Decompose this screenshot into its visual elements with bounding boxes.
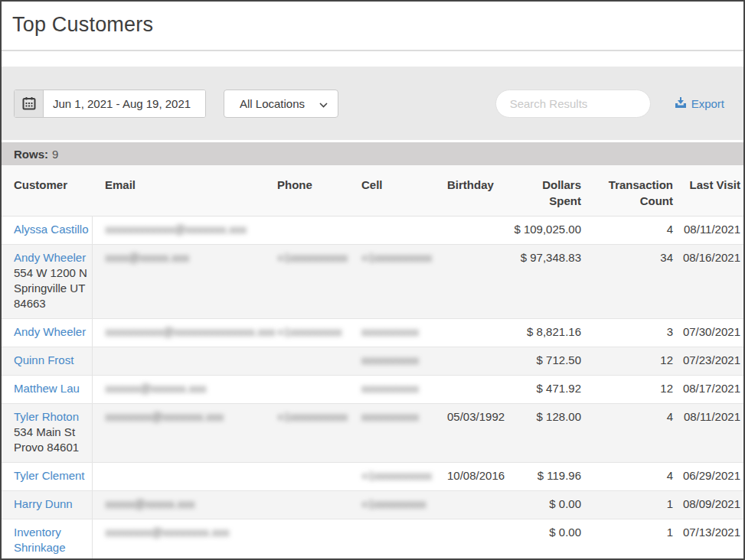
transactions-cell: 4 — [581, 216, 673, 244]
column-header-transactions: TransactionCount — [581, 165, 673, 216]
phone-cell — [264, 347, 348, 375]
export-label: Export — [691, 97, 724, 110]
transactions-cell: 4 — [581, 462, 673, 490]
column-header-email: Email — [92, 165, 264, 216]
location-filter-select[interactable]: All Locations — [224, 90, 338, 118]
cell-cell: xxxxxxxxxx — [348, 375, 434, 403]
last_visit-cell: 07/30/2021 — [673, 318, 743, 347]
customer-link[interactable]: Inventory Shrinkage — [14, 526, 66, 554]
transactions-cell: 12 — [581, 347, 673, 375]
dollars-cell: $ 8,821.16 — [498, 318, 581, 347]
transactions-cell: 1 — [581, 519, 673, 560]
dollars-cell: $ 0.00 — [498, 490, 581, 519]
cell-redacted-value: +1xxxxxxxxx — [361, 497, 426, 510]
email-cell — [92, 462, 264, 490]
cell-redacted-value: xxxxxxxxxx — [361, 382, 419, 395]
last_visit-cell: 07/23/2021 — [673, 347, 743, 375]
dollars-cell: $ 128.00 — [498, 403, 581, 462]
customer-link[interactable]: Andy Wheeler — [14, 251, 86, 264]
table-row: Harry Dunnxxxxx@xxxxx.xxx+1xxxxxxxxx$ 0.… — [2, 490, 743, 519]
birthday-cell — [434, 519, 498, 560]
customer-link[interactable]: Harry Dunn — [14, 497, 73, 510]
customer-link[interactable]: Quinn Frost — [14, 353, 74, 366]
last_visit-cell: 06/29/2021 — [673, 462, 743, 490]
date-range-picker[interactable] — [14, 90, 206, 118]
transactions-cell: 34 — [581, 244, 673, 318]
top-customers-table: CustomerEmailPhoneCellBirthdayDollarsSpe… — [2, 165, 743, 560]
email-redacted-value: xxxxxx@xxxxxx.xxx — [106, 382, 207, 395]
customer-address-line: 534 Main St — [14, 425, 92, 440]
customer-cell: Tyler Clement — [2, 462, 92, 490]
customer-cell: Andy Wheeler554 W 1200 NSpringville UT84… — [2, 244, 92, 318]
customer-cell: Matthew Lau — [2, 375, 92, 403]
birthday-cell — [434, 490, 498, 519]
download-icon — [675, 96, 687, 111]
birthday-cell — [434, 375, 498, 403]
spacer — [2, 51, 743, 67]
dollars-cell: $ 471.92 — [498, 375, 581, 403]
date-range-input[interactable] — [44, 90, 205, 117]
customer-address-line: Provo 84601 — [14, 440, 92, 455]
customer-cell: Tyler Rhoton534 Main StProvo 84601 — [2, 403, 92, 462]
phone-redacted-value: +1xxxxxxxxx — [277, 325, 342, 338]
birthday-cell — [434, 216, 498, 244]
customer-cell: Quinn Frost — [2, 347, 92, 375]
column-header-last_visit: Last Visit — [673, 165, 743, 216]
table-row: Alyssa Castilloxxxxxxxxxxxx@xxxxxxx.xxx$… — [2, 216, 743, 244]
birthday-cell — [434, 318, 498, 347]
email-cell: xxxxx@xxxxx.xxx — [92, 490, 264, 519]
rows-count-bar: Rows: 9 — [2, 142, 743, 165]
search-input[interactable] — [495, 90, 651, 118]
column-header-cell: Cell — [348, 165, 434, 216]
customer-cell: Andy Wheeler — [2, 318, 92, 347]
phone-cell — [264, 519, 348, 560]
cell-cell — [348, 519, 434, 560]
last_visit-cell: 08/11/2021 — [673, 403, 743, 462]
table-row: Andy Wheeler554 W 1200 NSpringville UT84… — [2, 244, 743, 318]
customer-cell: Inventory Shrinkage — [2, 519, 92, 560]
page-title: Top Customers — [12, 13, 743, 37]
cell-cell: +1xxxxxxxxxx — [348, 462, 434, 490]
customer-link[interactable]: Alyssa Castillo — [14, 223, 89, 236]
last_visit-cell: 08/09/2021 — [673, 490, 743, 519]
customer-address-line: 554 W 1200 N — [14, 265, 92, 281]
rows-count: 9 — [52, 148, 58, 161]
customer-link[interactable]: Andy Wheeler — [14, 325, 86, 338]
title-bar: Top Customers — [2, 2, 743, 50]
dollars-cell: $ 119.96 — [498, 462, 581, 490]
customer-address-line: Springville UT — [14, 281, 92, 296]
email-redacted-value: xxxxx@xxxxx.xxx — [106, 497, 195, 510]
dollars-cell: $ 712.50 — [498, 347, 581, 375]
email-redacted-value: xxxxxxxxxxxx@xxxxxxx.xxx — [106, 223, 247, 236]
birthday-cell: 10/08/2016 — [434, 462, 498, 490]
transactions-cell: 3 — [581, 318, 673, 347]
column-header-customer: Customer — [2, 165, 92, 216]
export-button[interactable]: Export — [675, 96, 724, 111]
phone-cell — [264, 462, 348, 490]
email-cell: xxxxxxxx@xxxxxxxx.xxx — [92, 519, 264, 560]
location-filter-value: All Locations — [240, 97, 305, 110]
filter-toolbar: All Locations Export — [2, 67, 743, 140]
cell-redacted-value: xxxxxxxxxx — [361, 410, 419, 423]
top-customers-report: Top Customers All Locations — [0, 0, 745, 560]
cell-cell: +1xxxxxxxxx — [348, 490, 434, 519]
phone-cell: +1xxxxxxxxxx — [264, 403, 348, 462]
cell-cell: +1xxxxxxxxxx — [348, 244, 434, 318]
cell-redacted-value: xxxxxxxxxx — [361, 353, 419, 366]
email-redacted-value: xxxxxxxx@xxxxxxxx.xxx — [106, 526, 230, 539]
customer-link[interactable]: Matthew Lau — [14, 382, 80, 395]
birthday-cell — [434, 347, 498, 375]
last_visit-cell: 07/13/2021 — [673, 519, 743, 560]
calendar-icon[interactable] — [15, 90, 44, 117]
customer-link[interactable]: Tyler Clement — [14, 469, 85, 482]
phone-redacted-value: +1xxxxxxxxxx — [277, 410, 348, 423]
cell-cell: xxxxxxxxxx — [348, 318, 434, 347]
birthday-cell — [434, 244, 498, 318]
chevron-down-icon — [319, 97, 328, 110]
customer-link[interactable]: Tyler Rhoton — [14, 410, 79, 423]
customer-cell: Harry Dunn — [2, 490, 92, 519]
phone-cell — [264, 490, 348, 519]
email-redacted-value: xxxxxxxx@xxxxxxx.xxx — [106, 410, 224, 423]
email-cell: xxxxxxxx@xxxxxxx.xxx — [92, 403, 264, 462]
email-cell: xxxxxxxxxxxx@xxxxxxx.xxx — [92, 216, 264, 244]
